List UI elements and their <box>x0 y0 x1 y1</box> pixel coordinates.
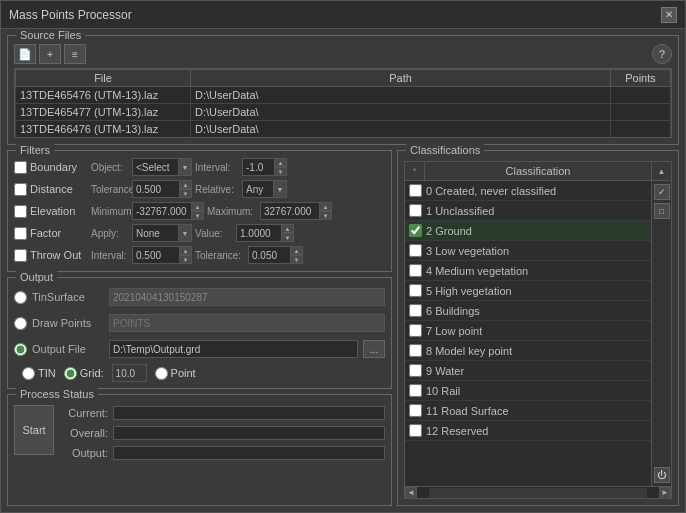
tin-format-radio[interactable] <box>22 367 35 380</box>
folder-button[interactable]: ≡ <box>64 44 86 64</box>
filters-group: Filters Boundary Object: ▼ Interval: <box>7 150 392 272</box>
elevation-min-up[interactable]: ▲ <box>191 202 204 211</box>
draw-points-input[interactable] <box>109 314 385 332</box>
tin-surface-input[interactable] <box>109 288 385 306</box>
boundary-spin-up[interactable]: ▲ <box>274 158 287 167</box>
points-cell <box>611 87 671 104</box>
class-item-checkbox[interactable] <box>409 244 422 257</box>
tin-surface-radio[interactable] <box>14 291 27 304</box>
class-item-checkbox[interactable] <box>409 384 422 397</box>
elevation-max-spin[interactable]: ▲ ▼ <box>260 202 332 220</box>
draw-points-radio[interactable] <box>14 317 27 330</box>
file-table-wrapper[interactable]: File Path Points 13TDE465476 (UTM-13).la… <box>14 68 672 138</box>
point-format-radio[interactable] <box>155 367 168 380</box>
scroll-right-arrow[interactable]: ► <box>659 487 671 499</box>
browse-button[interactable]: ... <box>363 340 385 358</box>
elevation-max-down[interactable]: ▼ <box>319 211 332 220</box>
class-item[interactable]: 0 Created, never classified <box>405 181 651 201</box>
grid-size-input[interactable] <box>112 364 147 382</box>
elevation-checkbox[interactable] <box>14 205 27 218</box>
start-button[interactable]: Start <box>14 405 54 455</box>
elevation-max-up[interactable]: ▲ <box>319 202 332 211</box>
new-file-icon: 📄 <box>18 48 32 61</box>
distance-checkbox[interactable] <box>14 183 27 196</box>
add-file-button[interactable]: + <box>39 44 61 64</box>
file-table-row[interactable]: 13TDE465477 (UTM-13).laz D:\UserData\ <box>16 104 671 121</box>
class-horizontal-scroll[interactable] <box>429 488 647 498</box>
elevation-min-spin[interactable]: ▲ ▼ <box>132 202 204 220</box>
throwout-checkbox[interactable] <box>14 249 27 262</box>
factor-apply-combo[interactable]: ▼ <box>132 224 192 242</box>
grid-format-radio[interactable] <box>64 367 77 380</box>
uncheck-all-button[interactable]: □ <box>654 203 670 219</box>
check-all-button[interactable]: ✓ <box>654 184 670 200</box>
class-item[interactable]: 3 Low vegetation <box>405 241 651 261</box>
distance-relative-combo[interactable]: ▼ <box>242 180 287 198</box>
throwout-tolerance-up[interactable]: ▲ <box>290 246 303 255</box>
class-item[interactable]: 10 Rail <box>405 381 651 401</box>
class-item-checkbox[interactable] <box>409 404 422 417</box>
class-item-checkbox[interactable] <box>409 284 422 297</box>
distance-spin-up[interactable]: ▲ <box>179 180 192 189</box>
output-file-radio[interactable] <box>14 343 27 356</box>
factor-value-down[interactable]: ▼ <box>281 233 294 242</box>
class-table-header: * Classification ▲ <box>404 161 672 181</box>
factor-row: Factor Apply: ▼ Value: ▲ ▼ <box>14 223 385 243</box>
class-item-checkbox[interactable] <box>409 204 422 217</box>
class-list[interactable]: 0 Created, never classified1 Unclassifie… <box>405 181 651 486</box>
sort-icon: ▲ <box>658 167 666 176</box>
throwout-tolerance-down[interactable]: ▼ <box>290 255 303 264</box>
class-item-checkbox[interactable] <box>409 264 422 277</box>
class-item-checkbox[interactable] <box>409 364 422 377</box>
throwout-interval-down[interactable]: ▼ <box>179 255 192 264</box>
class-item[interactable]: 6 Buildings <box>405 301 651 321</box>
class-item-checkbox[interactable] <box>409 304 422 317</box>
distance-relative-input[interactable] <box>242 180 287 198</box>
class-item[interactable]: 5 High vegetation <box>405 281 651 301</box>
class-item-checkbox[interactable] <box>409 424 422 437</box>
help-button[interactable]: ? <box>652 44 672 64</box>
close-button[interactable]: ✕ <box>661 7 677 23</box>
throwout-tolerance-spin[interactable]: ▲ ▼ <box>248 246 303 264</box>
boundary-object-input[interactable] <box>132 158 192 176</box>
distance-tolerance-spin[interactable]: ▲ ▼ <box>132 180 192 198</box>
boundary-spin-down[interactable]: ▼ <box>274 167 287 176</box>
boundary-interval-spin[interactable]: ▲ ▼ <box>242 158 287 176</box>
output-file-input[interactable] <box>109 340 358 358</box>
factor-value-spin[interactable]: ▲ ▼ <box>236 224 294 242</box>
new-file-button[interactable]: 📄 <box>14 44 36 64</box>
class-item-checkbox[interactable] <box>409 224 422 237</box>
file-table-row[interactable]: 13TDE466476 (UTM-13).laz D:\UserData\ <box>16 121 671 138</box>
boundary-col2-label: Object: <box>91 162 129 173</box>
throwout-row: Throw Out Interval: ▲ ▼ Tolerance: <box>14 245 385 265</box>
factor-value-up[interactable]: ▲ <box>281 224 294 233</box>
class-item[interactable]: 7 Low point <box>405 321 651 341</box>
class-item[interactable]: 2 Ground <box>405 221 651 241</box>
class-item[interactable]: 8 Model key point <box>405 341 651 361</box>
elevation-min-down[interactable]: ▼ <box>191 211 204 220</box>
class-item[interactable]: 11 Road Surface <box>405 401 651 421</box>
power-button[interactable]: ⏻ <box>654 467 670 483</box>
boundary-object-combo[interactable]: ▼ <box>132 158 192 176</box>
class-item[interactable]: 9 Water <box>405 361 651 381</box>
distance-spin-arrows: ▲ ▼ <box>179 180 192 198</box>
class-item[interactable]: 12 Reserved <box>405 421 651 441</box>
elevation-label: Elevation <box>30 205 88 217</box>
class-bottom-scrollbar[interactable]: ◄ ► <box>404 487 672 499</box>
distance-spin-down[interactable]: ▼ <box>179 189 192 198</box>
class-item-checkbox[interactable] <box>409 184 422 197</box>
throwout-interval-up[interactable]: ▲ <box>179 246 192 255</box>
scroll-left-arrow[interactable]: ◄ <box>405 487 417 499</box>
current-progress-row: Current: <box>60 405 385 421</box>
factor-checkbox[interactable] <box>14 227 27 240</box>
class-item-checkbox[interactable] <box>409 324 422 337</box>
class-item[interactable]: 1 Unclassified <box>405 201 651 221</box>
class-item[interactable]: 4 Medium vegetation <box>405 261 651 281</box>
class-header-sort-icon[interactable]: ▲ <box>651 161 671 181</box>
factor-apply-input[interactable] <box>132 224 192 242</box>
boundary-checkbox[interactable] <box>14 161 27 174</box>
class-item-name: 3 Low vegetation <box>426 245 509 257</box>
throwout-interval-spin[interactable]: ▲ ▼ <box>132 246 192 264</box>
class-item-checkbox[interactable] <box>409 344 422 357</box>
file-table-row[interactable]: 13TDE465476 (UTM-13).laz D:\UserData\ <box>16 87 671 104</box>
